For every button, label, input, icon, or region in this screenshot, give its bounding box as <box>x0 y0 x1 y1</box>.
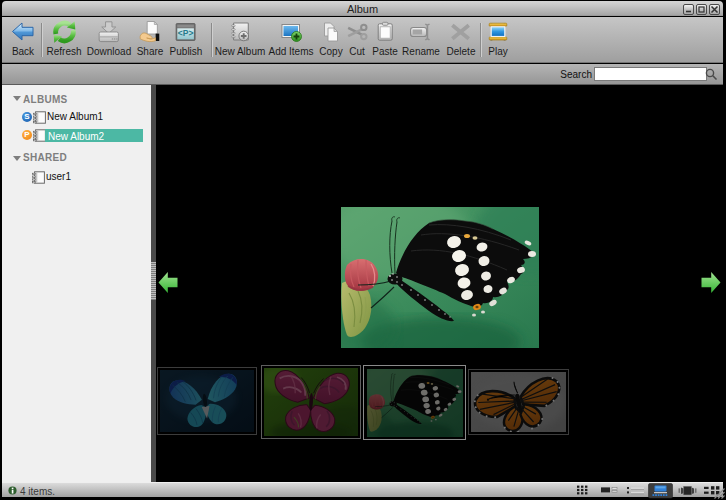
svg-text:<P>: <P> <box>178 28 194 38</box>
